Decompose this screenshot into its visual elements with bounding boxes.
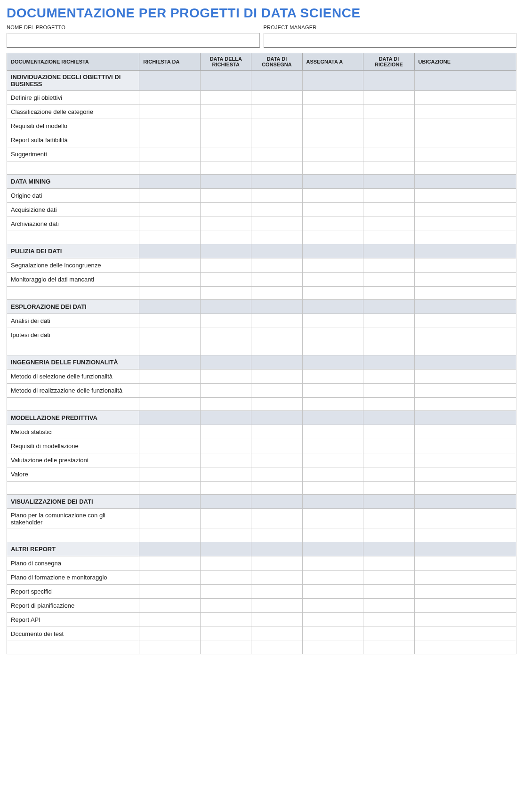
data-cell[interactable] (414, 119, 516, 133)
data-cell[interactable] (251, 203, 302, 217)
data-cell[interactable] (139, 439, 201, 453)
data-cell[interactable] (414, 314, 516, 328)
data-cell[interactable] (302, 119, 363, 133)
data-cell[interactable] (139, 556, 201, 571)
blank-cell[interactable] (139, 342, 201, 355)
data-cell[interactable] (302, 585, 363, 599)
data-cell[interactable] (414, 453, 516, 467)
data-cell[interactable] (363, 370, 414, 384)
data-cell[interactable] (363, 384, 414, 398)
data-cell[interactable] (139, 273, 201, 287)
data-cell[interactable] (201, 133, 251, 147)
blank-cell[interactable] (302, 161, 363, 175)
data-cell[interactable] (414, 599, 516, 613)
data-cell[interactable] (414, 203, 516, 217)
blank-cell[interactable] (302, 529, 363, 542)
data-cell[interactable] (201, 453, 251, 467)
blank-cell[interactable] (201, 161, 251, 175)
blank-cell[interactable] (251, 398, 302, 411)
blank-cell[interactable] (7, 482, 139, 495)
data-cell[interactable] (201, 627, 251, 641)
data-cell[interactable] (363, 217, 414, 231)
data-cell[interactable] (201, 258, 251, 273)
data-cell[interactable] (363, 571, 414, 585)
blank-cell[interactable] (363, 641, 414, 654)
blank-cell[interactable] (7, 287, 139, 300)
blank-cell[interactable] (201, 398, 251, 411)
data-cell[interactable] (251, 189, 302, 203)
blank-cell[interactable] (7, 398, 139, 411)
blank-cell[interactable] (139, 398, 201, 411)
data-cell[interactable] (363, 467, 414, 482)
blank-cell[interactable] (251, 161, 302, 175)
blank-cell[interactable] (363, 287, 414, 300)
data-cell[interactable] (414, 147, 516, 161)
data-cell[interactable] (414, 328, 516, 342)
data-cell[interactable] (414, 627, 516, 641)
data-cell[interactable] (139, 133, 201, 147)
data-cell[interactable] (363, 613, 414, 627)
data-cell[interactable] (414, 189, 516, 203)
data-cell[interactable] (139, 370, 201, 384)
data-cell[interactable] (139, 384, 201, 398)
data-cell[interactable] (201, 370, 251, 384)
blank-cell[interactable] (139, 641, 201, 654)
data-cell[interactable] (251, 133, 302, 147)
blank-cell[interactable] (414, 161, 516, 175)
project-name-input[interactable] (7, 33, 260, 48)
data-cell[interactable] (302, 627, 363, 641)
data-cell[interactable] (414, 258, 516, 273)
data-cell[interactable] (201, 119, 251, 133)
data-cell[interactable] (414, 384, 516, 398)
data-cell[interactable] (302, 571, 363, 585)
blank-cell[interactable] (7, 342, 139, 355)
blank-cell[interactable] (363, 231, 414, 244)
data-cell[interactable] (302, 133, 363, 147)
blank-cell[interactable] (7, 529, 139, 542)
data-cell[interactable] (201, 571, 251, 585)
data-cell[interactable] (363, 105, 414, 119)
data-cell[interactable] (139, 147, 201, 161)
data-cell[interactable] (201, 439, 251, 453)
data-cell[interactable] (363, 627, 414, 641)
data-cell[interactable] (251, 509, 302, 529)
data-cell[interactable] (251, 613, 302, 627)
data-cell[interactable] (251, 425, 302, 439)
data-cell[interactable] (302, 425, 363, 439)
data-cell[interactable] (139, 328, 201, 342)
data-cell[interactable] (201, 585, 251, 599)
data-cell[interactable] (363, 189, 414, 203)
blank-cell[interactable] (251, 342, 302, 355)
data-cell[interactable] (201, 147, 251, 161)
blank-cell[interactable] (7, 161, 139, 175)
data-cell[interactable] (201, 425, 251, 439)
data-cell[interactable] (302, 91, 363, 105)
blank-cell[interactable] (251, 287, 302, 300)
data-cell[interactable] (302, 556, 363, 571)
data-cell[interactable] (363, 273, 414, 287)
data-cell[interactable] (251, 217, 302, 231)
blank-cell[interactable] (201, 529, 251, 542)
data-cell[interactable] (302, 314, 363, 328)
data-cell[interactable] (201, 314, 251, 328)
data-cell[interactable] (363, 203, 414, 217)
data-cell[interactable] (414, 133, 516, 147)
blank-cell[interactable] (201, 641, 251, 654)
data-cell[interactable] (414, 425, 516, 439)
data-cell[interactable] (414, 439, 516, 453)
blank-cell[interactable] (139, 529, 201, 542)
data-cell[interactable] (201, 509, 251, 529)
blank-cell[interactable] (139, 287, 201, 300)
data-cell[interactable] (251, 273, 302, 287)
data-cell[interactable] (363, 91, 414, 105)
data-cell[interactable] (363, 314, 414, 328)
data-cell[interactable] (139, 571, 201, 585)
data-cell[interactable] (201, 556, 251, 571)
blank-cell[interactable] (201, 287, 251, 300)
data-cell[interactable] (139, 627, 201, 641)
blank-cell[interactable] (414, 398, 516, 411)
blank-cell[interactable] (302, 231, 363, 244)
data-cell[interactable] (414, 571, 516, 585)
data-cell[interactable] (139, 189, 201, 203)
data-cell[interactable] (302, 258, 363, 273)
